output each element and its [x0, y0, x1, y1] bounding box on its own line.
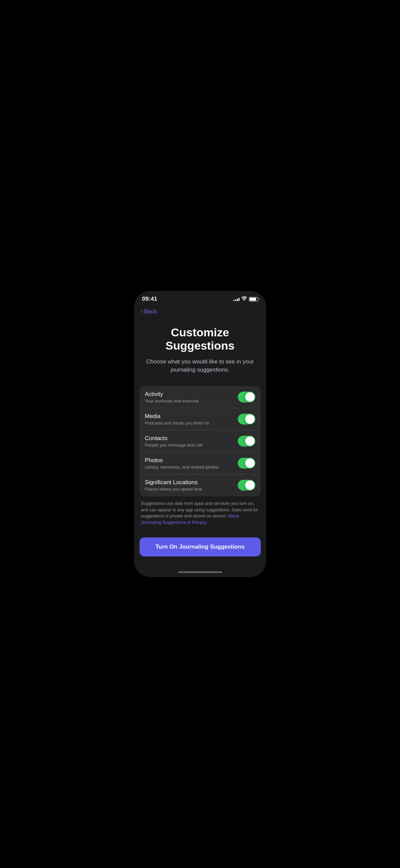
settings-row-contacts: Contacts People you message and call — [140, 430, 261, 452]
photos-title: Photos — [145, 457, 238, 464]
title-section: Customize Suggestions Choose what you wo… — [134, 318, 266, 379]
main-content: ‹ Back Customize Suggestions Choose what… — [134, 305, 266, 569]
settings-row-activity: Activity Your workouts and exercise — [140, 386, 261, 408]
contacts-subtitle: People you message and call — [145, 442, 238, 448]
footer-note: Suggestions use data from apps and servi… — [134, 496, 266, 526]
photos-toggle[interactable] — [238, 458, 255, 469]
significant-locations-toggle[interactable] — [238, 480, 255, 491]
contacts-toggle[interactable] — [238, 436, 255, 447]
wifi-icon — [241, 296, 247, 302]
phone-frame: 09:41 ‹ Back Custom — [134, 291, 266, 577]
activity-toggle[interactable] — [238, 392, 255, 402]
home-bar — [178, 571, 222, 573]
media-subtitle: Podcasts and music you listen to — [145, 420, 238, 426]
settings-card: Activity Your workouts and exercise Medi… — [140, 386, 261, 496]
bottom-button-area: Turn On Journaling Suggestions — [134, 527, 266, 562]
media-title: Media — [145, 413, 238, 420]
page-title: Customize Suggestions — [145, 326, 255, 352]
media-toggle[interactable] — [238, 414, 255, 425]
page-subtitle: Choose what you would like to see in you… — [145, 358, 255, 374]
back-button[interactable]: ‹ Back — [134, 305, 266, 318]
status-icons — [233, 296, 258, 302]
significant-locations-subtitle: Places where you spend time — [145, 487, 238, 492]
settings-row-media: Media Podcasts and music you listen to — [140, 408, 261, 430]
footer-note-text: Suggestions use data from apps and servi… — [141, 501, 258, 519]
settings-row-significant-locations: Significant Locations Places where you s… — [140, 474, 261, 496]
status-bar: 09:41 — [134, 291, 266, 305]
activity-title: Activity — [145, 391, 238, 398]
signal-icon — [233, 297, 239, 301]
back-label: Back — [144, 308, 157, 315]
status-time: 09:41 — [142, 296, 157, 302]
significant-locations-title: Significant Locations — [145, 479, 238, 486]
battery-icon — [249, 297, 258, 301]
activity-subtitle: Your workouts and exercise — [145, 398, 238, 403]
contacts-title: Contacts — [145, 435, 238, 442]
turn-on-button[interactable]: Turn On Journaling Suggestions — [140, 537, 261, 556]
back-chevron-icon: ‹ — [141, 308, 143, 315]
home-indicator — [134, 569, 266, 577]
photos-subtitle: Library, memories, and shared photos — [145, 465, 238, 470]
settings-row-photos: Photos Library, memories, and shared pho… — [140, 452, 261, 474]
